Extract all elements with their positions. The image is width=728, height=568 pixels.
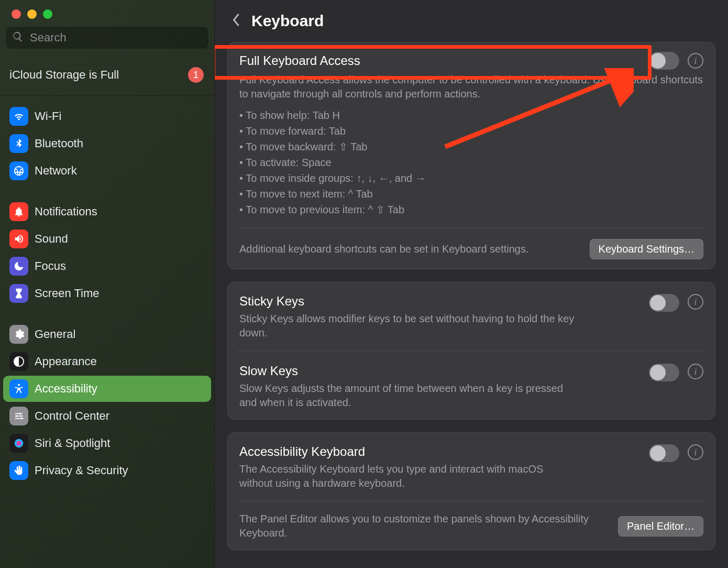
slow-info-button[interactable]: i bbox=[688, 364, 703, 379]
hourglass-icon bbox=[9, 284, 28, 303]
storage-banner-text: iCloud Storage is Full bbox=[9, 68, 119, 82]
divider bbox=[239, 228, 703, 228]
sidebar-item-label: Focus bbox=[35, 259, 66, 273]
globe-icon bbox=[9, 161, 28, 180]
help-line: • To activate: Space bbox=[239, 155, 703, 170]
back-button[interactable] bbox=[230, 12, 242, 30]
fka-description: Full Keyboard Access allows the computer… bbox=[239, 73, 703, 101]
siri-icon bbox=[9, 434, 28, 453]
sidebar-item-sound[interactable]: Sound bbox=[3, 226, 211, 252]
help-line: • To move to previous item: ^ ⇧ Tab bbox=[239, 202, 703, 217]
fka-title: Full Keyboard Access bbox=[239, 53, 641, 68]
help-line: • To move backward: ⇧ Tab bbox=[239, 139, 703, 155]
sidebar-item-label: Privacy & Security bbox=[35, 464, 128, 477]
panel-accessibility-keyboard: Accessibility Keyboard The Accessibility… bbox=[227, 432, 715, 550]
divider bbox=[237, 351, 705, 351]
help-line: • To move inside groups: ↑, ↓, ←, and → bbox=[239, 170, 703, 186]
search-input[interactable] bbox=[29, 30, 202, 45]
sidebar-item-label: Siri & Spotlight bbox=[35, 436, 110, 450]
panel-full-keyboard-access: Full Keyboard Access i Full Keyboard Acc… bbox=[227, 42, 715, 269]
help-line: • To move forward: Tab bbox=[239, 123, 703, 139]
sticky-description: Sticky Keys allows modifier keys to be s… bbox=[239, 312, 641, 340]
sound-icon bbox=[9, 230, 28, 248]
sidebar-group-alerts: NotificationsSoundFocusScreen Time bbox=[0, 191, 214, 314]
header: Keyboard bbox=[227, 0, 715, 42]
sidebar-item-wi-fi[interactable]: Wi-Fi bbox=[3, 103, 211, 129]
storage-banner-badge: 1 bbox=[188, 67, 204, 83]
fka-footer-text: Additional keyboard shortcuts can be set… bbox=[239, 242, 529, 256]
ak-toggle[interactable] bbox=[649, 444, 679, 462]
close-window-button[interactable] bbox=[12, 9, 21, 19]
sidebar-item-siri-spotlight[interactable]: Siri & Spotlight bbox=[3, 430, 211, 456]
hand-icon bbox=[9, 461, 28, 480]
sidebar-item-control-center[interactable]: Control Center bbox=[3, 403, 211, 429]
help-line: • To move to next item: ^ Tab bbox=[239, 186, 703, 202]
sidebar-item-label: Appearance bbox=[35, 355, 97, 368]
page-title: Keyboard bbox=[251, 12, 324, 30]
sidebar-item-label: Control Center bbox=[35, 409, 109, 423]
sidebar-item-privacy-security[interactable]: Privacy & Security bbox=[3, 457, 211, 484]
sidebar-item-focus[interactable]: Focus bbox=[3, 253, 211, 279]
sticky-title: Sticky Keys bbox=[239, 294, 641, 309]
ak-title: Accessibility Keyboard bbox=[239, 444, 641, 459]
bluetooth-icon bbox=[9, 134, 28, 153]
window-controls bbox=[0, 5, 214, 26]
svg-point-3 bbox=[16, 415, 18, 417]
slow-toggle[interactable] bbox=[649, 364, 679, 381]
contrast-icon bbox=[9, 352, 28, 371]
svg-point-1 bbox=[18, 384, 20, 386]
sidebar-item-label: Network bbox=[35, 164, 77, 178]
sidebar-item-label: Sound bbox=[35, 232, 68, 246]
panel-editor-button[interactable]: Panel Editor… bbox=[618, 516, 703, 537]
sidebar-item-bluetooth[interactable]: Bluetooth bbox=[3, 130, 211, 157]
svg-point-6 bbox=[16, 441, 21, 445]
wifi-icon bbox=[9, 107, 28, 126]
search-icon bbox=[12, 31, 24, 45]
sidebar-item-screen-time[interactable]: Screen Time bbox=[3, 280, 211, 307]
maximize-window-button[interactable] bbox=[43, 9, 52, 19]
fka-info-button[interactable]: i bbox=[688, 53, 703, 69]
sidebar-item-label: General bbox=[35, 327, 75, 341]
ak-info-button[interactable]: i bbox=[688, 444, 703, 460]
help-line: • To show help: Tab H bbox=[239, 107, 703, 123]
main-content: Keyboard Full Keyboard Access i Full Key… bbox=[215, 0, 728, 568]
keyboard-settings-button[interactable]: Keyboard Settings… bbox=[590, 239, 703, 259]
bell-icon bbox=[9, 202, 28, 221]
accessibility-icon bbox=[9, 379, 28, 398]
slow-title: Slow Keys bbox=[239, 364, 641, 378]
panel-sticky-slow: Sticky Keys Sticky Keys allows modifier … bbox=[227, 282, 715, 420]
moon-icon bbox=[9, 257, 28, 276]
sidebar-group-system: GeneralAppearanceAccessibilityControl Ce… bbox=[0, 314, 214, 491]
ak-description: The Accessibility Keyboard lets you type… bbox=[239, 462, 641, 490]
divider bbox=[237, 501, 705, 501]
search-field[interactable] bbox=[5, 26, 209, 49]
sidebar: iCloud Storage is Full 1 Wi-FiBluetoothN… bbox=[0, 0, 215, 568]
sidebar-item-label: Bluetooth bbox=[35, 137, 83, 150]
sidebar-item-appearance[interactable]: Appearance bbox=[3, 348, 211, 375]
sticky-info-button[interactable]: i bbox=[688, 294, 703, 310]
sidebar-item-network[interactable]: Network bbox=[3, 158, 211, 184]
minimize-window-button[interactable] bbox=[27, 9, 37, 19]
storage-banner[interactable]: iCloud Storage is Full 1 bbox=[0, 56, 214, 96]
ak-footer-text: The Panel Editor allows you to customize… bbox=[239, 512, 608, 540]
sidebar-item-label: Notifications bbox=[35, 205, 97, 219]
sidebar-group-network: Wi-FiBluetoothNetwork bbox=[0, 96, 214, 191]
sidebar-item-notifications[interactable]: Notifications bbox=[3, 199, 211, 225]
sidebar-item-label: Screen Time bbox=[35, 287, 100, 300]
gear-icon bbox=[9, 325, 28, 344]
chevron-left-icon bbox=[230, 12, 242, 28]
svg-point-2 bbox=[19, 413, 21, 415]
fka-toggle[interactable] bbox=[649, 52, 679, 70]
slow-description: Slow Keys adjusts the amount of time bet… bbox=[239, 381, 641, 410]
fka-help-list: • To show help: Tab H• To move forward: … bbox=[239, 107, 703, 217]
sidebar-item-label: Wi-Fi bbox=[35, 110, 61, 123]
svg-point-4 bbox=[21, 418, 24, 420]
sidebar-item-accessibility[interactable]: Accessibility bbox=[3, 376, 211, 402]
sidebar-item-general[interactable]: General bbox=[3, 321, 211, 347]
sticky-toggle[interactable] bbox=[649, 294, 679, 312]
sliders-icon bbox=[9, 407, 28, 425]
sidebar-item-label: Accessibility bbox=[35, 382, 97, 396]
